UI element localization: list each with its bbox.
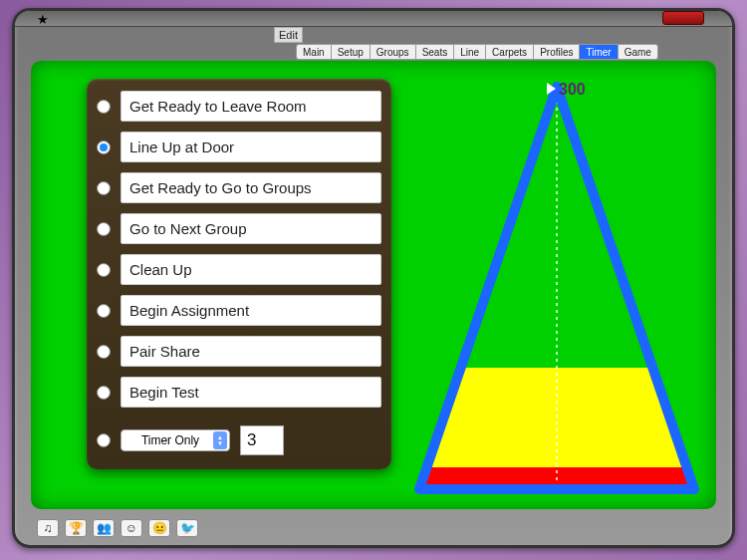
activity-radio[interactable] [97,181,111,195]
radio-timer-only[interactable] [97,433,111,447]
number-input[interactable]: 3 [240,425,284,455]
activity-row: Go to Next Group [97,213,381,244]
main-screen: Get Ready to Leave RoomLine Up at DoorGe… [31,61,716,509]
tab-timer[interactable]: Timer [580,44,618,60]
device-frame: ★ Edit MainSetupGroupsSeatsLineCarpetsPr… [12,8,735,548]
tab-bar: MainSetupGroupsSeatsLineCarpetsProfilesT… [296,44,658,60]
top-chrome-bar: ★ [15,11,732,27]
activity-row: Clean Up [97,254,381,285]
timer-seconds-label: 300 [559,81,586,99]
edit-menu[interactable]: Edit [274,27,303,43]
tab-line[interactable]: Line [454,44,486,60]
power-indicator[interactable] [662,11,704,25]
trophy-icon[interactable]: 🏆 [65,519,87,537]
tab-main[interactable]: Main [296,44,332,60]
activity-radio[interactable] [97,222,111,236]
activity-radio[interactable] [97,386,111,400]
timer-mode-row: Timer Only ▲▼ 3 [97,425,381,455]
tab-profiles[interactable]: Profiles [534,44,580,60]
activity-label[interactable]: Line Up at Door [121,132,381,162]
smile-icon[interactable]: ☺ [121,519,142,537]
play-marker-icon[interactable] [547,83,556,95]
triangle-svg [411,79,702,497]
activity-radio[interactable] [97,345,111,359]
activity-radio[interactable] [97,140,111,154]
activity-label[interactable]: Go to Next Group [121,213,381,244]
activity-radio[interactable] [97,304,111,318]
neutral-icon[interactable]: 😐 [148,519,170,537]
activity-label[interactable]: Pair Share [121,336,381,367]
countdown-triangle: 300 [411,79,702,497]
tab-setup[interactable]: Setup [332,44,371,60]
activity-row: Line Up at Door [97,132,381,162]
bird-icon[interactable]: 🐦 [176,519,198,537]
select-arrows-icon: ▲▼ [213,431,227,449]
activity-row: Begin Assignment [97,295,381,326]
tab-game[interactable]: Game [619,44,658,60]
activity-row: Get Ready to Go to Groups [97,172,381,203]
tab-carpets[interactable]: Carpets [486,44,534,60]
star-icon[interactable]: ★ [37,12,49,27]
group-icon[interactable]: 👥 [93,519,115,537]
activity-label[interactable]: Get Ready to Leave Room [121,91,381,122]
mode-select[interactable]: Timer Only ▲▼ [121,429,230,451]
mode-select-label: Timer Only [141,433,199,447]
activity-row: Pair Share [97,336,381,367]
activity-radio[interactable] [97,263,111,277]
activity-radio[interactable] [97,100,111,114]
tab-seats[interactable]: Seats [416,44,455,60]
activity-label[interactable]: Clean Up [121,254,381,285]
bottom-toolbar: ♫ 🏆 👥 ☺ 😐 🐦 [31,515,716,541]
activity-list-panel: Get Ready to Leave RoomLine Up at DoorGe… [87,79,391,469]
tab-groups[interactable]: Groups [371,44,416,60]
activity-row: Begin Test [97,377,381,408]
music-icon[interactable]: ♫ [37,519,59,537]
activity-row: Get Ready to Leave Room [97,91,381,122]
activity-label[interactable]: Get Ready to Go to Groups [121,172,381,203]
activity-label[interactable]: Begin Assignment [121,295,381,326]
activity-label[interactable]: Begin Test [121,377,381,408]
